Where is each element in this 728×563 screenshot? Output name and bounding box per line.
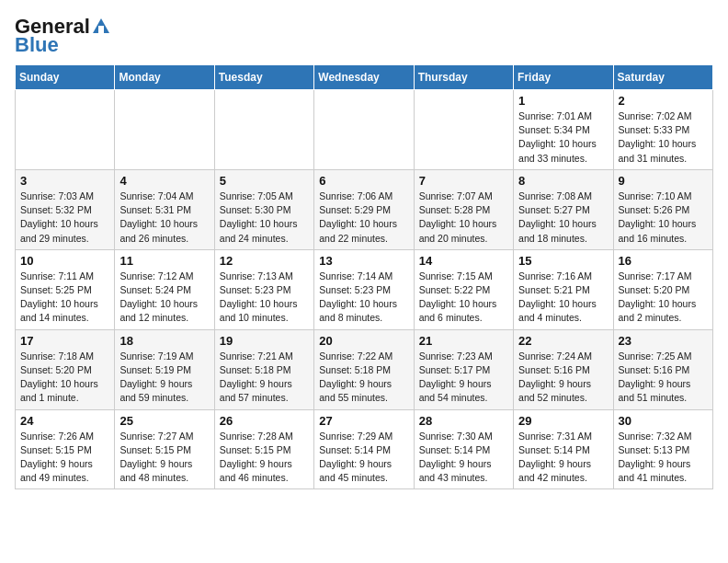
calendar-cell: 5Sunrise: 7:05 AMSunset: 5:30 PMDaylight…: [214, 169, 313, 249]
cell-info: Sunrise: 7:01 AMSunset: 5:34 PMDaylight:…: [518, 109, 608, 166]
cell-day-number: 3: [20, 174, 109, 188]
cell-day-number: 6: [319, 174, 408, 188]
cell-day-number: 5: [220, 174, 309, 188]
cell-info: Sunrise: 7:05 AMSunset: 5:30 PMDaylight:…: [220, 190, 309, 246]
cell-info: Sunrise: 7:32 AMSunset: 5:13 PMDaylight:…: [619, 430, 708, 486]
calendar-cell: 2Sunrise: 7:02 AMSunset: 5:33 PMDaylight…: [613, 90, 712, 170]
calendar-cell: 7Sunrise: 7:07 AMSunset: 5:28 PMDaylight…: [414, 169, 513, 249]
logo-blue: Blue: [15, 33, 59, 57]
calendar-cell: 13Sunrise: 7:14 AMSunset: 5:23 PMDayligh…: [314, 249, 414, 329]
calendar-cell: 10Sunrise: 7:11 AMSunset: 5:25 PMDayligh…: [16, 249, 115, 329]
cell-day-number: 7: [419, 174, 508, 188]
cell-info: Sunrise: 7:13 AMSunset: 5:23 PMDaylight:…: [220, 270, 309, 326]
calendar-cell: [214, 90, 313, 170]
calendar-cell: 22Sunrise: 7:24 AMSunset: 5:16 PMDayligh…: [514, 329, 613, 409]
cell-day-number: 17: [20, 334, 109, 348]
calendar-cell: 6Sunrise: 7:06 AMSunset: 5:29 PMDaylight…: [314, 169, 414, 249]
calendar-cell: 24Sunrise: 7:26 AMSunset: 5:15 PMDayligh…: [16, 409, 115, 489]
calendar-cell: [115, 90, 214, 170]
calendar-cell: 27Sunrise: 7:29 AMSunset: 5:14 PMDayligh…: [314, 409, 414, 489]
days-header-row: SundayMondayTuesdayWednesdayThursdayFrid…: [16, 65, 713, 90]
cell-info: Sunrise: 7:12 AMSunset: 5:24 PMDaylight:…: [119, 270, 209, 326]
calendar-cell: [16, 90, 115, 170]
calendar-cell: 1Sunrise: 7:01 AMSunset: 5:34 PMDaylight…: [514, 90, 613, 170]
cell-info: Sunrise: 7:21 AMSunset: 5:18 PMDaylight:…: [220, 350, 309, 406]
cell-info: Sunrise: 7:31 AMSunset: 5:14 PMDaylight:…: [518, 430, 608, 486]
calendar-cell: 17Sunrise: 7:18 AMSunset: 5:20 PMDayligh…: [16, 329, 115, 409]
cell-day-number: 10: [20, 254, 109, 268]
cell-day-number: 9: [619, 174, 708, 188]
calendar-cell: [414, 90, 513, 170]
logo: General Blue: [15, 15, 112, 57]
calendar-cell: 28Sunrise: 7:30 AMSunset: 5:14 PMDayligh…: [414, 409, 513, 489]
day-header-saturday: Saturday: [613, 65, 712, 90]
calendar-week-2: 3Sunrise: 7:03 AMSunset: 5:32 PMDaylight…: [16, 169, 713, 249]
cell-day-number: 12: [220, 254, 309, 268]
calendar-cell: 25Sunrise: 7:27 AMSunset: 5:15 PMDayligh…: [115, 409, 214, 489]
cell-info: Sunrise: 7:23 AMSunset: 5:17 PMDaylight:…: [419, 350, 508, 406]
page-header: General Blue: [15, 15, 713, 57]
cell-info: Sunrise: 7:17 AMSunset: 5:20 PMDaylight:…: [619, 270, 708, 326]
cell-day-number: 16: [619, 254, 708, 268]
cell-info: Sunrise: 7:22 AMSunset: 5:18 PMDaylight:…: [319, 350, 408, 406]
cell-day-number: 14: [419, 254, 508, 268]
svg-rect-1: [98, 26, 104, 33]
day-header-monday: Monday: [115, 65, 214, 90]
cell-day-number: 18: [119, 334, 209, 348]
cell-day-number: 29: [518, 414, 608, 428]
cell-info: Sunrise: 7:11 AMSunset: 5:25 PMDaylight:…: [20, 270, 109, 326]
calendar-header: SundayMondayTuesdayWednesdayThursdayFrid…: [16, 65, 713, 90]
cell-info: Sunrise: 7:27 AMSunset: 5:15 PMDaylight:…: [119, 430, 209, 486]
cell-info: Sunrise: 7:29 AMSunset: 5:14 PMDaylight:…: [319, 430, 408, 486]
cell-info: Sunrise: 7:25 AMSunset: 5:16 PMDaylight:…: [619, 350, 708, 406]
day-header-sunday: Sunday: [16, 65, 115, 90]
cell-info: Sunrise: 7:04 AMSunset: 5:31 PMDaylight:…: [119, 190, 209, 246]
cell-info: Sunrise: 7:10 AMSunset: 5:26 PMDaylight:…: [619, 190, 708, 246]
cell-day-number: 22: [518, 334, 608, 348]
cell-day-number: 15: [518, 254, 608, 268]
cell-day-number: 27: [319, 414, 408, 428]
calendar-cell: 8Sunrise: 7:08 AMSunset: 5:27 PMDaylight…: [514, 169, 613, 249]
cell-day-number: 19: [220, 334, 309, 348]
cell-day-number: 21: [419, 334, 508, 348]
calendar-week-3: 10Sunrise: 7:11 AMSunset: 5:25 PMDayligh…: [16, 249, 713, 329]
calendar-cell: 4Sunrise: 7:04 AMSunset: 5:31 PMDaylight…: [115, 169, 214, 249]
calendar-cell: 29Sunrise: 7:31 AMSunset: 5:14 PMDayligh…: [514, 409, 613, 489]
calendar-week-5: 24Sunrise: 7:26 AMSunset: 5:15 PMDayligh…: [16, 409, 713, 489]
calendar-cell: 15Sunrise: 7:16 AMSunset: 5:21 PMDayligh…: [514, 249, 613, 329]
cell-day-number: 26: [220, 414, 309, 428]
cell-day-number: 20: [319, 334, 408, 348]
calendar-cell: 23Sunrise: 7:25 AMSunset: 5:16 PMDayligh…: [613, 329, 712, 409]
cell-info: Sunrise: 7:24 AMSunset: 5:16 PMDaylight:…: [518, 350, 608, 406]
calendar-cell: 20Sunrise: 7:22 AMSunset: 5:18 PMDayligh…: [314, 329, 414, 409]
cell-day-number: 11: [119, 254, 209, 268]
day-header-thursday: Thursday: [414, 65, 513, 90]
cell-info: Sunrise: 7:03 AMSunset: 5:32 PMDaylight:…: [20, 190, 109, 246]
cell-day-number: 4: [119, 174, 209, 188]
cell-day-number: 2: [619, 94, 708, 108]
calendar-cell: 3Sunrise: 7:03 AMSunset: 5:32 PMDaylight…: [16, 169, 115, 249]
cell-info: Sunrise: 7:15 AMSunset: 5:22 PMDaylight:…: [419, 270, 508, 326]
cell-info: Sunrise: 7:18 AMSunset: 5:20 PMDaylight:…: [20, 350, 109, 406]
calendar-cell: 11Sunrise: 7:12 AMSunset: 5:24 PMDayligh…: [115, 249, 214, 329]
cell-day-number: 24: [20, 414, 109, 428]
calendar-body: 1Sunrise: 7:01 AMSunset: 5:34 PMDaylight…: [16, 90, 713, 489]
cell-day-number: 1: [518, 94, 608, 108]
calendar-cell: 26Sunrise: 7:28 AMSunset: 5:15 PMDayligh…: [214, 409, 313, 489]
cell-info: Sunrise: 7:30 AMSunset: 5:14 PMDaylight:…: [419, 430, 508, 486]
calendar-cell: 21Sunrise: 7:23 AMSunset: 5:17 PMDayligh…: [414, 329, 513, 409]
cell-info: Sunrise: 7:26 AMSunset: 5:15 PMDaylight:…: [20, 430, 109, 486]
cell-day-number: 8: [518, 174, 608, 188]
cell-day-number: 13: [319, 254, 408, 268]
day-header-friday: Friday: [514, 65, 613, 90]
cell-info: Sunrise: 7:14 AMSunset: 5:23 PMDaylight:…: [319, 270, 408, 326]
calendar-cell: 30Sunrise: 7:32 AMSunset: 5:13 PMDayligh…: [613, 409, 712, 489]
day-header-tuesday: Tuesday: [214, 65, 313, 90]
day-header-wednesday: Wednesday: [314, 65, 414, 90]
cell-info: Sunrise: 7:07 AMSunset: 5:28 PMDaylight:…: [419, 190, 508, 246]
cell-info: Sunrise: 7:16 AMSunset: 5:21 PMDaylight:…: [518, 270, 608, 326]
cell-info: Sunrise: 7:19 AMSunset: 5:19 PMDaylight:…: [119, 350, 209, 406]
cell-day-number: 30: [619, 414, 708, 428]
calendar-cell: 12Sunrise: 7:13 AMSunset: 5:23 PMDayligh…: [214, 249, 313, 329]
calendar-table: SundayMondayTuesdayWednesdayThursdayFrid…: [15, 64, 713, 489]
